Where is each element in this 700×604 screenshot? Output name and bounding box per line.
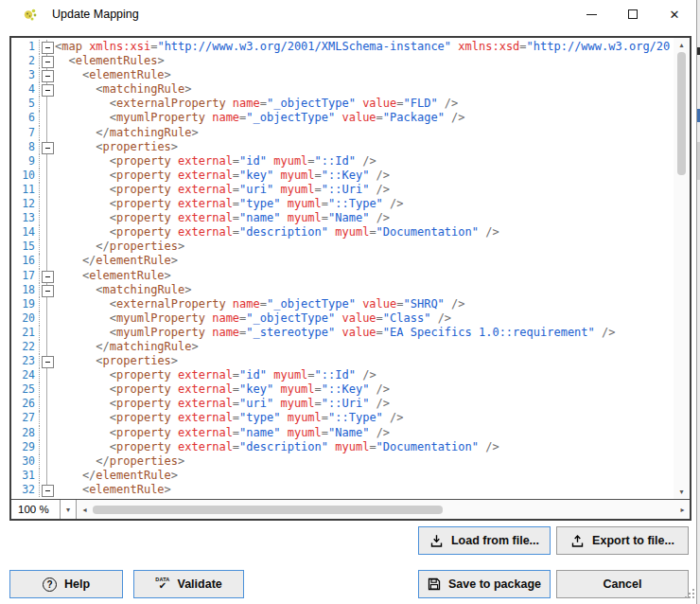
fold-guide-line — [40, 211, 55, 225]
code-line: 32 <elementRule> — [11, 483, 674, 497]
line-number: 29 — [11, 440, 40, 454]
code-text: <property external="key" myuml="::Key" /… — [55, 382, 674, 397]
code-text: </elementRule> — [55, 254, 674, 268]
xml-editor: 1<map xmlns:xsi="http://www.w3.org/2001/… — [9, 36, 691, 521]
code-text: </matchingRule> — [55, 126, 674, 140]
code-line: 8 <properties> — [11, 140, 674, 154]
help-button[interactable]: ? Help — [9, 570, 123, 598]
fold-guide-line — [40, 340, 55, 354]
chevron-down-icon[interactable]: ▾ — [61, 500, 77, 519]
fold-guide-line — [40, 111, 55, 125]
minimize-button[interactable] — [570, 0, 612, 28]
code-text: <elementRule> — [55, 483, 674, 497]
export-to-file-button[interactable]: Export to file... — [556, 526, 689, 555]
resize-grip[interactable] — [681, 589, 694, 602]
code-text: </properties> — [55, 240, 674, 254]
fold-marker-icon[interactable] — [40, 283, 55, 297]
code-text: <property external="key" myuml="::Key" /… — [55, 169, 674, 183]
validate-button[interactable]: DATA ✔ Validate — [133, 570, 244, 598]
v-scrollbar[interactable]: ▴ ▾ — [674, 38, 690, 499]
line-number: 17 — [11, 269, 40, 283]
h-scroll-thumb[interactable] — [93, 506, 443, 514]
code-text: <property external="type" myuml="::Type"… — [55, 411, 674, 425]
code-line: 7 </matchingRule> — [11, 126, 674, 140]
fold-marker-icon[interactable] — [40, 269, 55, 283]
fold-marker-icon[interactable] — [40, 68, 55, 82]
fold-marker-icon[interactable] — [40, 140, 55, 154]
code-text: <properties> — [55, 354, 674, 368]
close-button[interactable]: ✕ — [654, 0, 695, 28]
fold-marker-icon[interactable] — [40, 483, 55, 497]
code-text: <elementRules> — [55, 54, 674, 68]
cancel-button[interactable]: Cancel — [556, 570, 689, 598]
code-line: 31 </elementRule> — [11, 469, 674, 483]
line-number: 30 — [11, 454, 40, 469]
code-text: <property external="description" myuml="… — [55, 440, 674, 454]
save-to-package-button[interactable]: Save to package — [418, 570, 551, 598]
fold-marker-icon[interactable] — [40, 54, 55, 68]
code-line: 4 <matchingRule> — [11, 82, 674, 97]
check-icon: ✔ — [159, 581, 166, 591]
help-icon: ? — [43, 577, 57, 592]
fold-guide-line — [40, 183, 55, 197]
code-line: 1<map xmlns:xsi="http://www.w3.org/2001/… — [11, 40, 674, 54]
line-number: 11 — [11, 183, 40, 197]
code-line: 10 <property external="key" myuml="::Key… — [11, 169, 674, 183]
code-line: 29 <property external="description" myum… — [11, 440, 674, 454]
scroll-down-icon[interactable]: ▾ — [674, 485, 690, 499]
code-line: 11 <property external="uri" myuml="::Uri… — [11, 183, 674, 197]
code-text: <elementRule> — [55, 269, 674, 283]
line-number: 15 — [11, 240, 40, 254]
fold-guide-line — [40, 169, 55, 183]
fold-guide-line — [40, 440, 55, 454]
fold-marker-icon[interactable] — [40, 40, 55, 54]
code-line: 23 <properties> — [11, 354, 674, 368]
fold-guide-line — [40, 197, 55, 211]
scroll-up-icon[interactable]: ▴ — [674, 38, 690, 52]
code-text: <externalProperty name="_objectType" val… — [55, 297, 674, 311]
code-text: <property external="uri" myuml="::Uri" /… — [55, 397, 674, 411]
fold-guide-line — [40, 311, 55, 326]
line-number: 20 — [11, 311, 40, 326]
line-number: 22 — [11, 340, 40, 354]
code-line: 22 </matchingRule> — [11, 340, 674, 354]
code-text: <property external="type" myuml="::Type"… — [55, 197, 674, 211]
code-text: <elementRule> — [55, 68, 674, 82]
scroll-left-icon[interactable]: ◂ — [78, 500, 92, 519]
code-text: <property external="uri" myuml="::Uri" /… — [55, 183, 674, 197]
code-line: 15 </properties> — [11, 240, 674, 254]
code-line: 28 <property external="name" myuml="Name… — [11, 426, 674, 440]
code-line: 5 <externalProperty name="_objectType" v… — [11, 97, 674, 111]
button-label: Export to file... — [592, 534, 674, 547]
v-scroll-thumb[interactable] — [677, 52, 686, 175]
scroll-right-icon[interactable]: ▸ — [675, 500, 690, 519]
line-number: 32 — [11, 483, 40, 497]
code-text: <matchingRule> — [55, 82, 674, 97]
load-from-file-button[interactable]: Load from file... — [418, 526, 551, 555]
code-text: <matchingRule> — [55, 283, 674, 297]
line-number: 6 — [11, 111, 40, 125]
line-number: 27 — [11, 411, 40, 425]
button-label: Cancel — [604, 577, 642, 591]
zoom-level-select[interactable]: 100 % ▾ — [11, 500, 77, 519]
code-line: 6 <myumlProperty name="_objectType" valu… — [11, 111, 674, 125]
update-mapping-dialog: Update Mapping ✕ 1<map xmlns:xsi="http:/… — [0, 0, 696, 604]
fold-marker-icon[interactable] — [40, 82, 55, 97]
line-number: 7 — [11, 126, 40, 140]
code-line: 2 <elementRules> — [11, 54, 674, 68]
help-glyph: ? — [46, 579, 52, 590]
code-line: 17 <elementRule> — [11, 269, 674, 283]
line-number: 5 — [11, 97, 40, 111]
zoom-level-value[interactable]: 100 % — [11, 500, 61, 519]
h-scrollbar[interactable]: ◂ ▸ — [78, 500, 690, 519]
title-bar[interactable]: Update Mapping ✕ — [0, 0, 696, 28]
code-line: 24 <property external="id" myuml="::Id" … — [11, 368, 674, 382]
code-text: <myumlProperty name="_stereotype" value=… — [55, 326, 674, 340]
fold-guide-line — [40, 326, 55, 340]
button-label: Load from file... — [451, 534, 539, 547]
fold-guide-line — [40, 240, 55, 254]
fold-marker-icon[interactable] — [40, 354, 55, 368]
code-area[interactable]: 1<map xmlns:xsi="http://www.w3.org/2001/… — [11, 38, 674, 499]
validate-icon: DATA ✔ — [155, 577, 169, 592]
maximize-button[interactable] — [612, 0, 654, 28]
